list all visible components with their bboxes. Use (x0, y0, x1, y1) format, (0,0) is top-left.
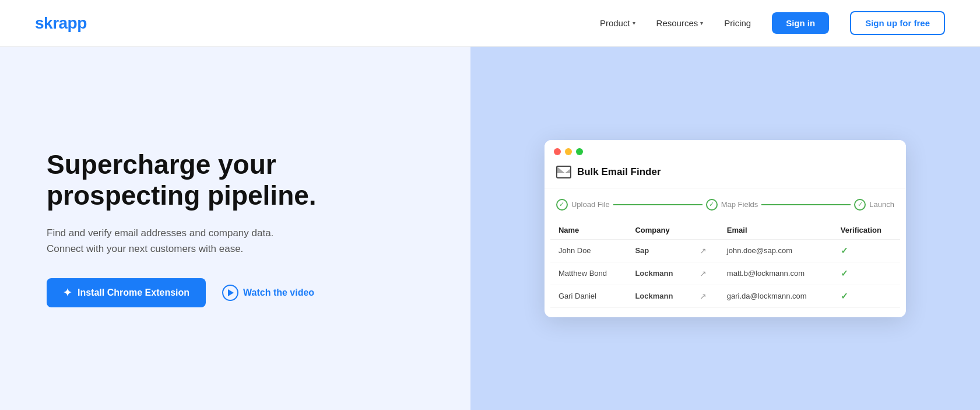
check-icon: ✓ (854, 199, 866, 211)
logo[interactable]: skrapp (35, 14, 87, 33)
step-line-2 (761, 204, 851, 205)
nav-product[interactable]: Product ▾ (600, 18, 635, 28)
mail-icon (556, 166, 571, 178)
nav-resources[interactable]: Resources ▾ (656, 18, 704, 28)
cell-name: Gari Daniel (550, 285, 627, 307)
cell-email: john.doe@sap.com (719, 239, 833, 262)
nav-links: Product ▾ Resources ▾ Pricing Sign in Si… (600, 11, 945, 35)
hero-subtitle: Find and verify email addresses and comp… (47, 225, 291, 257)
signup-button[interactable]: Sign up for free (850, 11, 945, 35)
cell-email: matt.b@lockmann.com (719, 262, 833, 285)
watch-video-button[interactable]: Watch the video (222, 285, 314, 301)
verified-check-icon: ✓ (841, 246, 848, 255)
app-title: Bulk Email Finder (577, 166, 661, 178)
cell-cursor: ↗ (691, 262, 719, 285)
step-line-1 (613, 204, 702, 205)
table-row: Matthew Bond Lockmann ↗ matt.b@lockmann.… (550, 262, 900, 285)
cell-company: Sap (627, 239, 691, 262)
col-header-email: Email (719, 221, 833, 240)
hero-left: Supercharge your prospecting pipeline. F… (0, 47, 470, 410)
puzzle-icon: ✦ (63, 286, 72, 299)
cell-name: John Doe (550, 239, 627, 262)
cell-company: Lockmann (627, 285, 691, 307)
cell-verification: ✓ (833, 239, 900, 262)
step-launch: ✓ Launch (854, 199, 894, 211)
cell-verification: ✓ (833, 285, 900, 307)
verified-check-icon: ✓ (841, 268, 848, 278)
cell-cursor: ↗ (691, 239, 719, 262)
col-header-company: Company (627, 221, 691, 240)
steps-row: ✓ Upload File ✓ Map Fields ✓ Launch (545, 188, 906, 221)
signin-button[interactable]: Sign in (772, 12, 829, 34)
hero-section: Supercharge your prospecting pipeline. F… (0, 47, 980, 410)
nav-pricing[interactable]: Pricing (724, 18, 751, 28)
navbar: skrapp Product ▾ Resources ▾ Pricing Sig… (0, 0, 980, 47)
chevron-down-icon: ▾ (700, 20, 703, 26)
verified-check-icon: ✓ (841, 291, 848, 301)
close-icon (554, 148, 561, 155)
cell-cursor: ↗ (691, 285, 719, 307)
hero-right: Bulk Email Finder ✓ Upload File ✓ Map Fi… (470, 47, 980, 410)
cell-verification: ✓ (833, 262, 900, 285)
hero-cta: ✦ Install Chrome Extension Watch the vid… (47, 278, 435, 307)
maximize-icon (576, 148, 583, 155)
mock-app-window: Bulk Email Finder ✓ Upload File ✓ Map Fi… (545, 140, 906, 317)
install-chrome-extension-button[interactable]: ✦ Install Chrome Extension (47, 278, 206, 307)
col-header-cursor (691, 221, 719, 240)
step-upload: ✓ Upload File (556, 199, 610, 211)
check-icon: ✓ (706, 199, 718, 211)
table-row: John Doe Sap ↗ john.doe@sap.com ✓ (550, 239, 900, 262)
col-header-verification: Verification (833, 221, 900, 240)
col-header-name: Name (550, 221, 627, 240)
play-circle-icon (222, 285, 238, 301)
cell-company: Lockmann (627, 262, 691, 285)
results-table: Name Company Email Verification John Doe… (550, 221, 900, 308)
app-header: Bulk Email Finder (545, 161, 906, 188)
cell-name: Matthew Bond (550, 262, 627, 285)
table-row: Gari Daniel Lockmann ↗ gari.da@lockmann.… (550, 285, 900, 307)
check-icon: ✓ (556, 199, 568, 211)
step-map: ✓ Map Fields (706, 199, 758, 211)
play-triangle-icon (228, 289, 234, 296)
cell-email: gari.da@lockmann.com (719, 285, 833, 307)
window-titlebar (545, 140, 906, 161)
minimize-icon (565, 148, 572, 155)
chevron-down-icon: ▾ (633, 20, 635, 26)
hero-title: Supercharge your prospecting pipeline. (47, 149, 435, 211)
results-table-wrapper: Name Company Email Verification John Doe… (545, 221, 906, 317)
